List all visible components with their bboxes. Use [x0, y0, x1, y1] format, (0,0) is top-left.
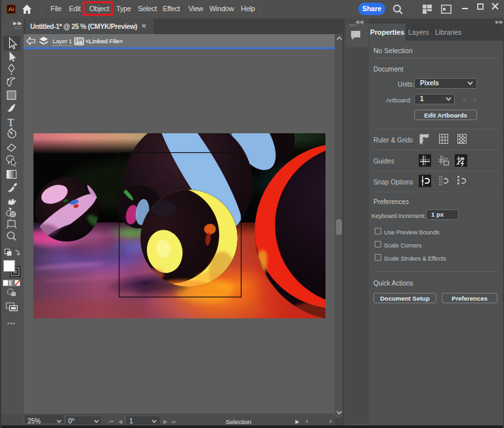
svg-text:T: T	[8, 117, 14, 128]
